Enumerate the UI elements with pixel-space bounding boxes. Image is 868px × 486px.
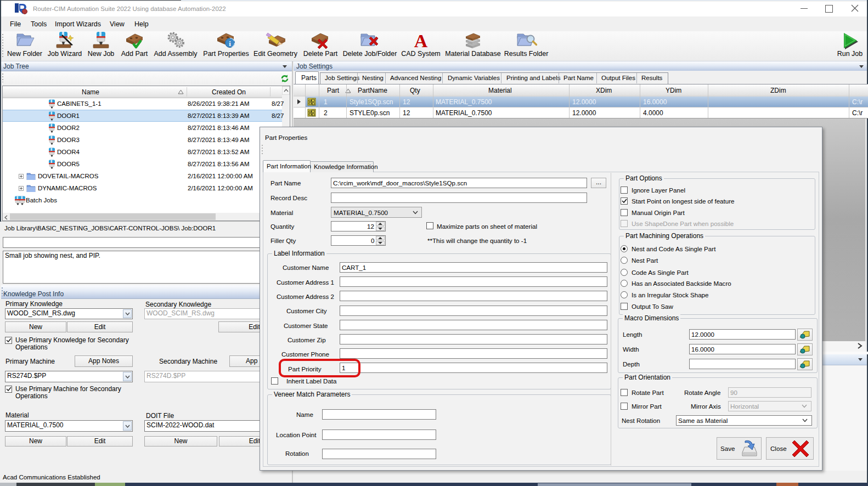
svg-text:A: A — [414, 31, 428, 50]
svg-text:i: i — [229, 39, 231, 48]
